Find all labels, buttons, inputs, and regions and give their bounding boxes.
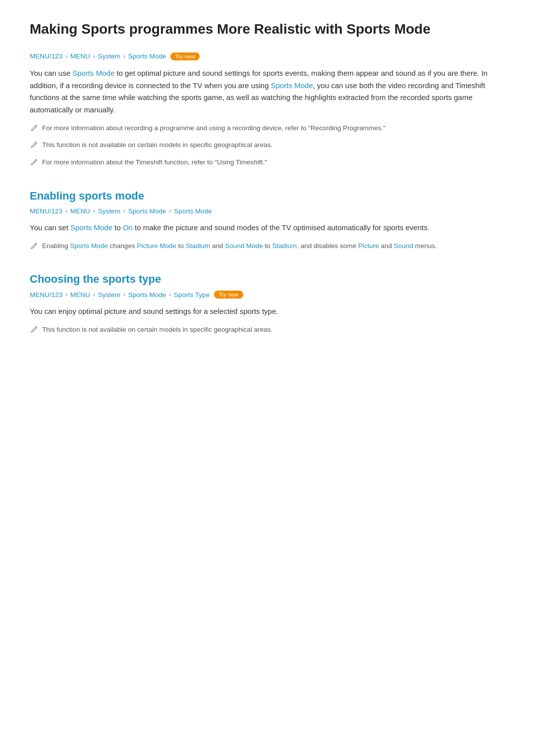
hl-sm-note: Sports Mode bbox=[70, 242, 108, 250]
bc2-sep-1: › bbox=[65, 291, 67, 298]
bc1-sep-1: › bbox=[65, 207, 67, 214]
highlight-sports-mode-1: Sports Mode bbox=[72, 69, 114, 77]
hl-sm-note2: Sound Mode bbox=[225, 242, 263, 250]
highlight-sports-mode-2: Sports Mode bbox=[271, 81, 313, 90]
bc2-sports-mode[interactable]: Sports Mode bbox=[128, 291, 166, 299]
bc2-system[interactable]: System bbox=[98, 291, 120, 299]
note-item-1: For more information about recording a p… bbox=[30, 123, 505, 136]
note-item-3: For more information about the Timeshift… bbox=[30, 157, 505, 170]
try-now-badge-main[interactable]: Try now bbox=[170, 52, 199, 60]
section2-note-text: This function is not available on certai… bbox=[42, 325, 272, 335]
breadcrumb-section1: MENU/123 › MENU › System › Sports Mode ›… bbox=[30, 207, 505, 215]
pencil-icon-s1 bbox=[30, 242, 38, 253]
pencil-icon-3 bbox=[30, 158, 38, 170]
intro-paragraph: You can use Sports Mode to get optimal p… bbox=[30, 67, 505, 116]
bc2-sep-2: › bbox=[93, 291, 95, 298]
bc1-sep-4: › bbox=[169, 207, 171, 214]
breadcrumb-system[interactable]: System bbox=[98, 52, 120, 60]
breadcrumb-section2: MENU/123 › MENU › System › Sports Mode ›… bbox=[30, 291, 505, 299]
breadcrumb-sep-3: › bbox=[123, 53, 125, 60]
bc2-sports-type[interactable]: Sports Type bbox=[174, 291, 210, 299]
section2-heading: Choosing the sports type bbox=[30, 273, 505, 286]
bc2-sep-3: › bbox=[123, 291, 125, 298]
section2-note-1: This function is not available on certai… bbox=[30, 325, 505, 337]
bc1-system[interactable]: System bbox=[98, 207, 120, 215]
hl-on-s1: On bbox=[123, 223, 133, 232]
bc1-menu123[interactable]: MENU/123 bbox=[30, 207, 62, 215]
section1-heading: Enabling sports mode bbox=[30, 190, 505, 202]
hl-sound: Sound bbox=[394, 242, 413, 250]
bc1-sports-mode[interactable]: Sports Mode bbox=[128, 207, 166, 215]
bc1-sports-mode-2[interactable]: Sports Mode bbox=[174, 207, 212, 215]
note-text-2: This function is not available on certai… bbox=[42, 140, 272, 151]
breadcrumb-menu[interactable]: MENU bbox=[70, 52, 90, 60]
section1-note-1: Enabling Sports Mode changes Picture Mod… bbox=[30, 241, 505, 253]
bc2-menu[interactable]: MENU bbox=[70, 291, 90, 299]
hl-sports-mode-s1: Sports Mode bbox=[70, 223, 112, 232]
section1-body: You can set Sports Mode to On to make th… bbox=[30, 222, 505, 234]
bc1-sep-2: › bbox=[93, 207, 95, 214]
breadcrumb-main: MENU/123 › MENU › System › Sports Mode T… bbox=[30, 52, 505, 60]
pencil-icon-1 bbox=[30, 124, 38, 136]
bc1-sep-3: › bbox=[123, 207, 125, 214]
section-choosing: Choosing the sports type MENU/123 › MENU… bbox=[30, 273, 505, 337]
note-item-2: This function is not available on certai… bbox=[30, 140, 505, 152]
bc2-sep-4: › bbox=[169, 291, 171, 298]
note-text-3: For more information about the Timeshift… bbox=[42, 157, 267, 168]
hl-stadium-pm: Stadium bbox=[186, 242, 211, 250]
pencil-icon-2 bbox=[30, 141, 38, 152]
section2-body: You can enjoy optimal picture and sound … bbox=[30, 305, 505, 318]
bc2-menu123[interactable]: MENU/123 bbox=[30, 291, 62, 299]
note-text-1: For more information about recording a p… bbox=[42, 123, 385, 134]
section2-notes: This function is not available on certai… bbox=[30, 325, 505, 337]
breadcrumb-sep-1: › bbox=[65, 53, 67, 60]
bc1-menu[interactable]: MENU bbox=[70, 207, 90, 215]
section1-note-text: Enabling Sports Mode changes Picture Mod… bbox=[42, 241, 437, 252]
breadcrumb-sports-mode[interactable]: Sports Mode bbox=[128, 52, 166, 60]
hl-pm: Picture Mode bbox=[137, 242, 176, 250]
breadcrumb-sep-2: › bbox=[93, 53, 95, 60]
intro-notes-list: For more information about recording a p… bbox=[30, 123, 505, 170]
hl-stadium-sm: Stadium bbox=[272, 242, 297, 250]
page-title: Making Sports programmes More Realistic … bbox=[30, 20, 505, 39]
breadcrumb-menu123[interactable]: MENU/123 bbox=[30, 52, 62, 60]
try-now-badge-section2[interactable]: Try now bbox=[214, 291, 243, 299]
section-enabling: Enabling sports mode MENU/123 › MENU › S… bbox=[30, 190, 505, 253]
hl-picture: Picture bbox=[358, 242, 379, 250]
pencil-icon-s2 bbox=[30, 326, 38, 337]
section1-notes: Enabling Sports Mode changes Picture Mod… bbox=[30, 241, 505, 253]
